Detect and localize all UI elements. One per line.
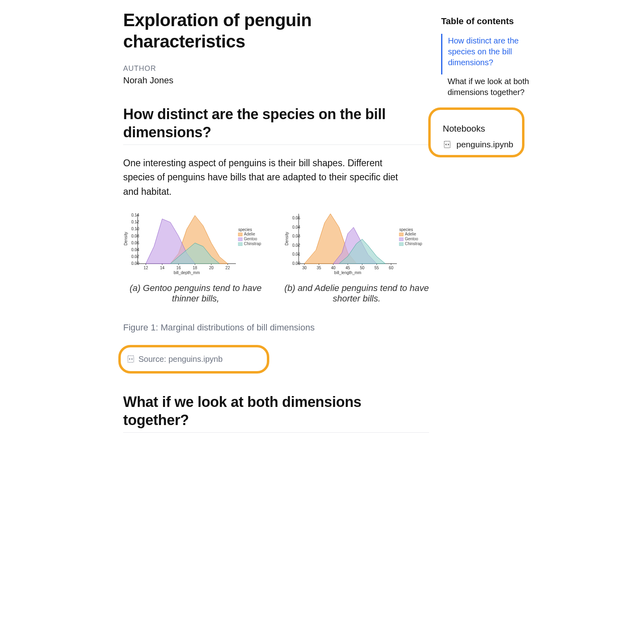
svg-text:14: 14 [160, 266, 165, 270]
notebook-filename: penguins.ipynb [456, 140, 513, 149]
svg-text:50: 50 [360, 266, 365, 270]
svg-text:30: 30 [302, 266, 307, 270]
svg-text:Adelie: Adelie [405, 232, 416, 236]
section-heading-2: What if we look at both dimensions toget… [123, 393, 429, 429]
figure-b-caption: (b) and Adelie penguins tend to have sho… [284, 283, 429, 304]
svg-text:Chinstrap: Chinstrap [244, 242, 261, 246]
page-title: Exploration of penguin characteristics [123, 10, 429, 52]
toc-list: How distinct are the species on the bill… [441, 34, 546, 104]
svg-text:18: 18 [193, 266, 198, 270]
svg-rect-37 [238, 242, 242, 246]
svg-text:12: 12 [144, 266, 149, 270]
svg-rect-76 [128, 356, 134, 363]
section-divider [123, 144, 429, 145]
svg-text:16: 16 [176, 266, 181, 270]
svg-text:species: species [399, 227, 413, 232]
svg-text:0.01: 0.01 [292, 252, 300, 256]
toc-item-2[interactable]: What if we look at both dimensions toget… [442, 74, 546, 104]
section-divider [123, 432, 429, 433]
bill-length-chart: 0.000.010.020.030.040.0530354045505560bi… [284, 211, 429, 275]
notebook-link[interactable]: penguins.ipynb [443, 140, 513, 149]
author-name: Norah Jones [123, 75, 429, 86]
svg-text:0.04: 0.04 [131, 247, 139, 252]
svg-rect-70 [399, 233, 403, 236]
svg-text:0.03: 0.03 [292, 234, 300, 238]
figure-row: 0.000.020.040.060.080.100.120.1412141618… [123, 211, 429, 304]
svg-text:bill_depth_mm: bill_depth_mm [173, 270, 200, 275]
notebooks-highlight: Notebooks penguins.ipynb [428, 107, 524, 157]
toc-heading: Table of contents [441, 16, 546, 27]
svg-text:0.08: 0.08 [131, 233, 139, 238]
svg-text:Gentoo: Gentoo [244, 237, 257, 241]
svg-rect-77 [444, 141, 450, 148]
svg-text:45: 45 [345, 266, 350, 270]
svg-rect-74 [399, 242, 403, 246]
svg-text:40: 40 [331, 266, 336, 270]
svg-text:Chinstrap: Chinstrap [405, 242, 422, 246]
notebooks-heading: Notebooks [443, 124, 513, 134]
svg-text:Adelie: Adelie [244, 232, 255, 236]
svg-text:0.10: 0.10 [131, 227, 139, 231]
svg-text:0.12: 0.12 [131, 220, 139, 224]
svg-text:60: 60 [389, 266, 394, 270]
svg-text:55: 55 [374, 266, 379, 270]
svg-rect-72 [399, 237, 403, 241]
svg-text:0.02: 0.02 [131, 254, 139, 258]
svg-text:Density: Density [124, 232, 128, 245]
figure-a-caption: (a) Gentoo penguins tend to have thinner… [123, 283, 268, 304]
svg-text:0.02: 0.02 [292, 243, 300, 247]
svg-text:species: species [238, 227, 252, 232]
svg-text:0.00: 0.00 [292, 261, 300, 266]
section-heading-1: How distinct are the species on the bill… [123, 105, 429, 141]
section-1-body: One interesting aspect of penguins is th… [123, 156, 413, 199]
svg-text:20: 20 [209, 266, 214, 270]
svg-text:Density: Density [285, 232, 289, 245]
notebook-icon [126, 355, 135, 363]
svg-text:0.00: 0.00 [131, 261, 139, 266]
svg-text:bill_length_mm: bill_length_mm [334, 270, 361, 275]
source-highlight: Source: penguins.ipynb [118, 345, 269, 374]
bill-depth-chart: 0.000.020.040.060.080.100.120.1412141618… [123, 211, 268, 275]
figure-title: Figure 1: Marginal distributions of bill… [123, 322, 429, 333]
svg-text:Gentoo: Gentoo [405, 237, 418, 241]
author-label: AUTHOR [123, 64, 429, 73]
svg-text:0.05: 0.05 [292, 216, 300, 220]
svg-text:22: 22 [225, 266, 230, 270]
svg-text:0.06: 0.06 [131, 240, 139, 245]
svg-text:35: 35 [317, 266, 322, 270]
svg-rect-35 [238, 237, 242, 241]
toc-item-1[interactable]: How distinct are the species on the bill… [441, 34, 546, 74]
svg-text:0.04: 0.04 [292, 225, 300, 229]
source-line[interactable]: Source: penguins.ipynb [138, 355, 223, 364]
svg-rect-33 [238, 233, 242, 236]
notebook-icon [443, 140, 452, 149]
svg-text:0.14: 0.14 [131, 213, 139, 217]
